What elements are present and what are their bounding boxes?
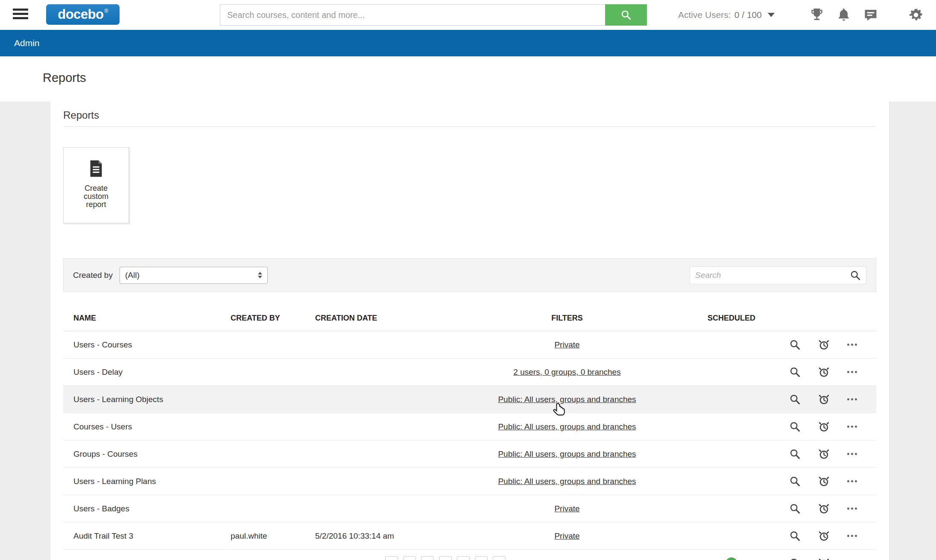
filters-link[interactable]: Public: All users, groups and branches	[498, 422, 636, 432]
preview-icon[interactable]	[789, 530, 801, 542]
preview-icon[interactable]	[789, 366, 801, 378]
column-header-created_by: CREATED BY	[221, 314, 307, 323]
created-by-label: Created by	[73, 271, 113, 280]
schedule-icon[interactable]	[818, 338, 830, 351]
schedule-icon[interactable]	[818, 393, 830, 405]
reports-table-header: NAMECREATED BYCREATION DATEFILTERSSCHEDU…	[63, 306, 876, 331]
schedule-icon[interactable]	[818, 530, 830, 542]
settings-gear-icon[interactable]	[908, 7, 924, 23]
schedule-icon[interactable]	[818, 557, 830, 560]
filters-link[interactable]: Public: All users, groups and branches	[498, 395, 636, 404]
pagination	[385, 556, 506, 560]
table-search-input[interactable]	[695, 271, 850, 280]
report-creation-date: 5/2/2016 10:33:14 am	[307, 531, 456, 541]
admin-bar-label: Admin	[14, 38, 40, 48]
table-row[interactable]: Users - Courses Private	[63, 331, 876, 359]
more-actions-icon[interactable]	[847, 480, 857, 482]
more-actions-icon[interactable]	[847, 426, 857, 428]
reports-card: Reports Create custom report Created by …	[50, 102, 889, 560]
more-actions-icon[interactable]	[847, 344, 857, 346]
table-row[interactable]: Users - Learning Objects Public: All use…	[63, 386, 876, 413]
pagination-button[interactable]	[439, 556, 452, 560]
filters-link[interactable]: Private	[554, 340, 579, 350]
hamburger-menu-icon[interactable]	[13, 9, 28, 21]
filters-link[interactable]: Private	[554, 504, 579, 513]
logo-text: docebo	[58, 7, 103, 22]
messages-chat-icon[interactable]	[863, 7, 878, 23]
reports-table: NAMECREATED BYCREATION DATEFILTERSSCHEDU…	[63, 306, 876, 560]
report-name: Groups - Courses	[63, 449, 221, 459]
more-actions-icon[interactable]	[847, 453, 857, 455]
preview-icon[interactable]	[789, 394, 801, 405]
active-users-dropdown[interactable]: Active Users: 0 / 100	[678, 0, 775, 30]
report-name: Courses - Users	[63, 422, 221, 432]
page-title: Reports	[43, 56, 936, 85]
search-icon[interactable]	[850, 270, 861, 281]
active-users-value: 0 / 100	[734, 10, 762, 20]
docebo-logo[interactable]: docebo®	[46, 4, 120, 25]
table-row[interactable]: Audit Trail Test 3 paul.white 5/2/2016 1…	[63, 522, 876, 550]
global-search	[220, 4, 647, 26]
schedule-icon[interactable]	[818, 420, 830, 433]
registered-mark: ®	[104, 8, 108, 14]
reports-table-body: Users - Courses Private Users - Delay	[63, 331, 876, 560]
report-name: Users - Courses	[63, 340, 221, 350]
more-actions-icon[interactable]	[847, 535, 857, 537]
pagination-button[interactable]	[493, 556, 506, 560]
report-name: Users - Learning Plans	[63, 477, 221, 486]
schedule-icon[interactable]	[818, 475, 830, 487]
table-row[interactable]: Courses - Users Public: All users, group…	[63, 413, 876, 440]
column-header-scheduled: SCHEDULED	[678, 314, 785, 323]
pagination-button[interactable]	[457, 556, 470, 560]
card-title: Reports	[63, 102, 876, 121]
table-row[interactable]: Users - Delay 2 users, 0 groups, 0 branc…	[63, 359, 876, 386]
create-custom-report-tile[interactable]: Create custom report	[63, 147, 129, 223]
report-name: Users - Delay	[63, 368, 221, 377]
created-by-selected-value: (All)	[125, 271, 140, 280]
chevron-down-icon	[768, 13, 775, 17]
filters-link[interactable]: 2 users, 0 groups, 0 branches	[513, 368, 620, 377]
scheduled-indicator	[725, 557, 737, 560]
create-custom-report-label: Create custom report	[78, 184, 114, 209]
pagination-button[interactable]	[475, 556, 488, 560]
preview-icon[interactable]	[789, 421, 801, 432]
search-icon	[620, 9, 632, 20]
report-name: Audit Trail Test 3	[63, 531, 221, 541]
preview-icon[interactable]	[789, 557, 801, 560]
global-search-input[interactable]	[220, 4, 605, 26]
schedule-icon[interactable]	[818, 502, 830, 515]
filter-bar: Created by (All)	[63, 258, 876, 292]
page-title-band: Reports	[0, 56, 936, 102]
filters-link[interactable]: Private	[554, 531, 579, 541]
preview-icon[interactable]	[789, 339, 801, 350]
app-root: docebo® Active Users: 0 / 100	[0, 0, 936, 560]
preview-icon[interactable]	[789, 448, 801, 460]
schedule-icon[interactable]	[818, 366, 830, 378]
preview-icon[interactable]	[789, 503, 801, 514]
pagination-button[interactable]	[421, 556, 434, 560]
more-actions-icon[interactable]	[847, 398, 857, 400]
admin-bar: Admin	[0, 30, 936, 56]
column-header-name: NAME	[63, 314, 221, 323]
more-actions-icon[interactable]	[847, 508, 857, 510]
table-row[interactable]: Users - Learning Plans Public: All users…	[63, 468, 876, 495]
active-users-label: Active Users:	[678, 10, 731, 20]
more-actions-icon[interactable]	[847, 371, 857, 373]
schedule-icon[interactable]	[818, 448, 830, 460]
created-by-select[interactable]: (All)	[120, 267, 268, 284]
column-header-filters: FILTERS	[456, 314, 678, 323]
top-header: docebo® Active Users: 0 / 100	[0, 0, 936, 30]
table-row[interactable]: Users - Badges Private	[63, 495, 876, 522]
table-row[interactable]: Groups - Courses Public: All users, grou…	[63, 440, 876, 468]
global-search-button[interactable]	[605, 4, 647, 26]
filters-link[interactable]: Public: All users, groups and branches	[498, 449, 636, 459]
pagination-button[interactable]	[385, 556, 398, 560]
divider	[63, 126, 876, 127]
notifications-bell-icon[interactable]	[836, 7, 851, 23]
pagination-button[interactable]	[403, 556, 416, 560]
filters-link[interactable]: Public: All users, groups and branches	[498, 477, 636, 486]
column-header-creation_date: CREATION DATE	[307, 314, 456, 323]
trophy-icon[interactable]	[809, 7, 825, 23]
preview-icon[interactable]	[789, 475, 801, 487]
report-name: Users - Badges	[63, 504, 221, 513]
